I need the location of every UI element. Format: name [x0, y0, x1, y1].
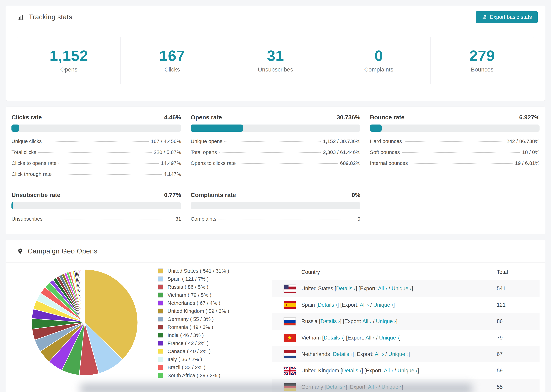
details-link-ru[interactable]: Details ›	[320, 318, 340, 324]
details-link-vn[interactable]: Details ›	[324, 335, 343, 341]
geo-opens-header: Campaign Geo Opens	[6, 240, 545, 263]
legend-label: France ( 42 / 2% )	[168, 340, 209, 346]
export-unique-link-us[interactable]: Unique ›	[391, 286, 411, 291]
geo-total-cell: 67	[497, 351, 540, 357]
export-all-link-nl[interactable]: All ›	[375, 351, 384, 357]
export-icon	[482, 14, 487, 20]
rate-detail-row: Total opens2,303 / 61.446%	[191, 147, 360, 158]
rate-detail-value: 4.147%	[164, 171, 181, 177]
rate-detail-list: Unique opens1,152 / 30.736%Total opens2,…	[191, 136, 360, 169]
export-unique-link-nl[interactable]: Unique ›	[388, 351, 408, 357]
legend-label: United States ( 541 / 31% )	[168, 268, 229, 274]
export-all-link-ru[interactable]: All ›	[362, 318, 372, 324]
rate-title: Opens rate	[191, 114, 222, 121]
export-unique-link-ru[interactable]: Unique ›	[376, 318, 396, 324]
export-all-link-gb[interactable]: All ›	[384, 368, 393, 373]
summary-stat-label: Bounces	[431, 66, 534, 73]
summary-stat-value: 167	[121, 47, 224, 64]
summary-stat-complaints: 0Complaints	[327, 37, 431, 84]
rate-detail-value: 0	[357, 216, 360, 222]
rate-detail-row: Soft bounces18 / 0%	[370, 147, 540, 158]
rate-detail-label: Unique clicks	[11, 138, 42, 144]
rate-head: Complaints rate0%	[191, 192, 360, 198]
rate-value: 0.77%	[164, 192, 181, 198]
summary-stat-bounces: 279Bounces	[431, 37, 534, 84]
rate-progress-bar	[11, 202, 181, 209]
legend-item: Germany ( 55 / 3% )	[158, 316, 268, 322]
rates-grid: Clicks rate4.46%Unique clicks167 / 4.456…	[6, 107, 545, 234]
rate-value: 30.736%	[337, 114, 360, 121]
dotted-leader	[238, 163, 338, 164]
legend-label: Romania ( 49 / 3% )	[168, 324, 213, 330]
export-basic-stats-button[interactable]: Export basic stats	[476, 11, 538, 23]
tracking-stats-header: Tracking stats Export basic stats	[6, 6, 545, 28]
legend-label: United Kingdom ( 59 / 3% )	[168, 308, 229, 314]
rate-detail-value: 19 / 6.81%	[515, 160, 540, 166]
legend-swatch	[158, 365, 163, 370]
geo-table-header: CountryTotal	[272, 264, 540, 280]
page-title: Tracking stats	[29, 13, 72, 21]
rate-block-bounce-rate: Bounce rate6.927%Hard bounces242 / 86.73…	[370, 114, 540, 180]
geo-table-header-country: Country	[301, 269, 497, 275]
export-all-link-de[interactable]: All ›	[368, 384, 377, 390]
rate-title: Clicks rate	[11, 114, 42, 121]
rate-head: Clicks rate4.46%	[11, 114, 181, 121]
legend-swatch	[158, 268, 163, 273]
geo-opens-title: Campaign Geo Opens	[28, 247, 97, 255]
legend-item: Brazil ( 33 / 2% )	[158, 364, 268, 370]
rate-detail-row: Unique clicks167 / 4.456%	[11, 136, 181, 147]
rate-head: Unsubscribe rate0.77%	[11, 192, 181, 198]
legend-swatch	[158, 284, 163, 290]
rate-progress-fill	[191, 125, 243, 132]
rate-value: 6.927%	[519, 114, 540, 121]
export-all-link-es[interactable]: All ›	[360, 302, 369, 308]
summary-stat-value: 279	[431, 47, 534, 64]
legend-label: Vietnam ( 79 / 5% )	[168, 292, 211, 298]
export-unique-link-vn[interactable]: Unique ›	[379, 335, 399, 341]
geo-opens-card: Campaign Geo Opens United States ( 541 /…	[6, 240, 545, 392]
rate-detail-value: 2,303 / 61.446%	[323, 149, 360, 155]
summary-stats-row: 1,152Opens167Clicks31Unsubscribes0Compla…	[17, 37, 534, 84]
legend-item: United States ( 541 / 31% )	[158, 268, 268, 274]
details-link-gb[interactable]: Details ›	[342, 368, 361, 373]
export-unique-link-de[interactable]: Unique ›	[381, 384, 402, 390]
flag-vn-icon	[284, 334, 296, 342]
rate-detail-list: Complaints0	[191, 213, 360, 224]
legend-label: Spain ( 121 / 7% )	[168, 276, 209, 282]
rate-progress-bar	[191, 125, 360, 132]
flag-de-icon	[284, 383, 296, 391]
rate-progress-bar	[191, 202, 360, 209]
details-link-us[interactable]: Details ›	[336, 286, 356, 291]
export-button-label: Export basic stats	[490, 14, 532, 20]
geo-total-cell: 121	[497, 302, 540, 308]
details-link-es[interactable]: Details ›	[318, 302, 338, 308]
legend-swatch	[158, 325, 163, 330]
rate-block-complaints-rate: Complaints rate0%Complaints0	[191, 192, 360, 224]
summary-stat-value: 31	[224, 47, 327, 64]
rate-detail-list: Unique clicks167 / 4.456%Total clicks220…	[11, 136, 181, 180]
dotted-leader	[54, 174, 162, 175]
geo-country-cell: Germany [Details ›] [Export: All › / Uni…	[301, 384, 497, 390]
rate-detail-label: Click through rate	[11, 171, 52, 177]
rate-title: Bounce rate	[370, 114, 404, 121]
rate-detail-label: Opens to clicks rate	[191, 160, 236, 166]
legend-swatch	[158, 357, 163, 362]
export-all-link-us[interactable]: All ›	[378, 286, 387, 291]
legend-item: Canada ( 40 / 2% )	[158, 348, 268, 354]
export-unique-link-gb[interactable]: Unique ›	[397, 368, 417, 373]
rate-detail-label: Clicks to opens rate	[11, 160, 57, 166]
legend-item: India ( 46 / 3% )	[158, 332, 268, 338]
export-all-link-vn[interactable]: All ›	[366, 335, 374, 341]
export-unique-link-es[interactable]: Unique ›	[373, 302, 393, 308]
geo-table-row-nl: Netherlands [Details ›] [Export: All › /…	[272, 346, 540, 362]
summary-stat-label: Unsubscribes	[224, 66, 327, 73]
legend-label: Germany ( 55 / 3% )	[168, 316, 214, 322]
rate-detail-label: Complaints	[191, 216, 216, 222]
dotted-leader	[44, 141, 149, 142]
details-link-nl[interactable]: Details ›	[333, 351, 352, 357]
dotted-leader	[38, 152, 152, 153]
rate-block-clicks-rate: Clicks rate4.46%Unique clicks167 / 4.456…	[11, 114, 181, 180]
details-link-de[interactable]: Details ›	[326, 384, 346, 390]
rate-detail-value: 220 / 5.87%	[154, 149, 181, 155]
flag-us-icon	[284, 285, 296, 293]
